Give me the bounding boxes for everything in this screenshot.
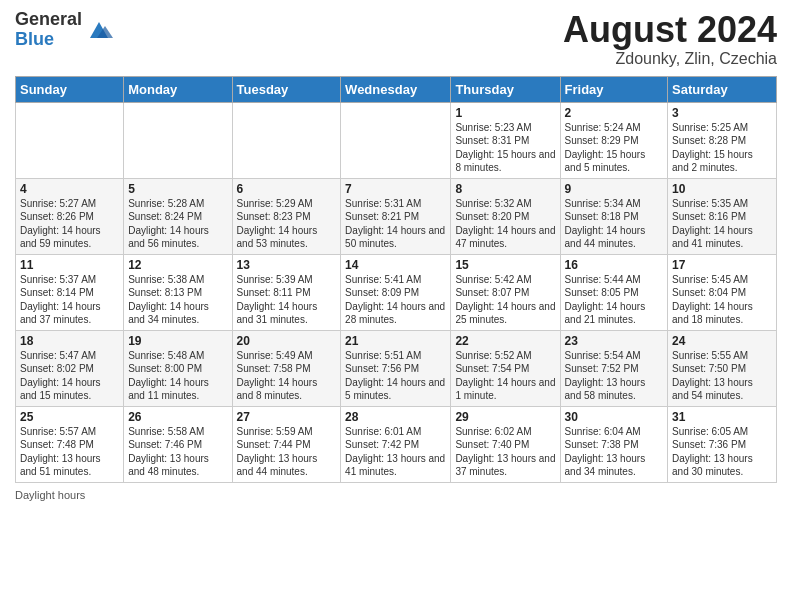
day-number: 28 <box>345 410 446 424</box>
day-info: Sunrise: 5:35 AMSunset: 8:16 PMDaylight:… <box>672 197 772 251</box>
day-number: 27 <box>237 410 337 424</box>
weekday-header-friday: Friday <box>560 76 668 102</box>
day-info: Sunrise: 5:48 AMSunset: 8:00 PMDaylight:… <box>128 349 227 403</box>
day-info: Sunrise: 6:04 AMSunset: 7:38 PMDaylight:… <box>565 425 664 479</box>
calendar-cell: 1Sunrise: 5:23 AMSunset: 8:31 PMDaylight… <box>451 102 560 178</box>
logo: General Blue <box>15 10 113 50</box>
weekday-header-tuesday: Tuesday <box>232 76 341 102</box>
calendar-cell: 29Sunrise: 6:02 AMSunset: 7:40 PMDayligh… <box>451 406 560 482</box>
day-number: 12 <box>128 258 227 272</box>
calendar-cell: 13Sunrise: 5:39 AMSunset: 8:11 PMDayligh… <box>232 254 341 330</box>
calendar-cell: 25Sunrise: 5:57 AMSunset: 7:48 PMDayligh… <box>16 406 124 482</box>
weekday-header-thursday: Thursday <box>451 76 560 102</box>
calendar-week-row: 11Sunrise: 5:37 AMSunset: 8:14 PMDayligh… <box>16 254 777 330</box>
calendar-cell: 12Sunrise: 5:38 AMSunset: 8:13 PMDayligh… <box>124 254 232 330</box>
title-area: August 2024 Zdounky, Zlin, Czechia <box>563 10 777 68</box>
day-number: 5 <box>128 182 227 196</box>
day-number: 4 <box>20 182 119 196</box>
day-number: 29 <box>455 410 555 424</box>
calendar-cell: 28Sunrise: 6:01 AMSunset: 7:42 PMDayligh… <box>341 406 451 482</box>
weekday-header-monday: Monday <box>124 76 232 102</box>
day-info: Sunrise: 5:47 AMSunset: 8:02 PMDaylight:… <box>20 349 119 403</box>
day-info: Sunrise: 5:44 AMSunset: 8:05 PMDaylight:… <box>565 273 664 327</box>
weekday-header-wednesday: Wednesday <box>341 76 451 102</box>
month-year-title: August 2024 <box>563 10 777 50</box>
day-number: 3 <box>672 106 772 120</box>
day-info: Sunrise: 5:42 AMSunset: 8:07 PMDaylight:… <box>455 273 555 327</box>
day-number: 24 <box>672 334 772 348</box>
day-number: 7 <box>345 182 446 196</box>
calendar-cell: 15Sunrise: 5:42 AMSunset: 8:07 PMDayligh… <box>451 254 560 330</box>
calendar-cell: 26Sunrise: 5:58 AMSunset: 7:46 PMDayligh… <box>124 406 232 482</box>
calendar-cell: 31Sunrise: 6:05 AMSunset: 7:36 PMDayligh… <box>668 406 777 482</box>
day-info: Sunrise: 5:52 AMSunset: 7:54 PMDaylight:… <box>455 349 555 403</box>
calendar-cell <box>16 102 124 178</box>
day-number: 23 <box>565 334 664 348</box>
calendar-cell: 11Sunrise: 5:37 AMSunset: 8:14 PMDayligh… <box>16 254 124 330</box>
logo-text: General Blue <box>15 10 82 50</box>
calendar-cell: 2Sunrise: 5:24 AMSunset: 8:29 PMDaylight… <box>560 102 668 178</box>
day-info: Sunrise: 5:29 AMSunset: 8:23 PMDaylight:… <box>237 197 337 251</box>
calendar-cell: 18Sunrise: 5:47 AMSunset: 8:02 PMDayligh… <box>16 330 124 406</box>
calendar-week-row: 25Sunrise: 5:57 AMSunset: 7:48 PMDayligh… <box>16 406 777 482</box>
day-number: 17 <box>672 258 772 272</box>
calendar-cell: 23Sunrise: 5:54 AMSunset: 7:52 PMDayligh… <box>560 330 668 406</box>
calendar-cell: 5Sunrise: 5:28 AMSunset: 8:24 PMDaylight… <box>124 178 232 254</box>
day-info: Sunrise: 5:41 AMSunset: 8:09 PMDaylight:… <box>345 273 446 327</box>
day-info: Sunrise: 5:27 AMSunset: 8:26 PMDaylight:… <box>20 197 119 251</box>
day-info: Sunrise: 5:51 AMSunset: 7:56 PMDaylight:… <box>345 349 446 403</box>
day-info: Sunrise: 5:37 AMSunset: 8:14 PMDaylight:… <box>20 273 119 327</box>
day-info: Sunrise: 6:01 AMSunset: 7:42 PMDaylight:… <box>345 425 446 479</box>
calendar-cell: 14Sunrise: 5:41 AMSunset: 8:09 PMDayligh… <box>341 254 451 330</box>
calendar-cell: 22Sunrise: 5:52 AMSunset: 7:54 PMDayligh… <box>451 330 560 406</box>
calendar-cell <box>232 102 341 178</box>
calendar-cell: 19Sunrise: 5:48 AMSunset: 8:00 PMDayligh… <box>124 330 232 406</box>
day-number: 1 <box>455 106 555 120</box>
calendar-cell: 10Sunrise: 5:35 AMSunset: 8:16 PMDayligh… <box>668 178 777 254</box>
weekday-header-saturday: Saturday <box>668 76 777 102</box>
calendar-cell: 9Sunrise: 5:34 AMSunset: 8:18 PMDaylight… <box>560 178 668 254</box>
weekday-header-sunday: Sunday <box>16 76 124 102</box>
day-info: Sunrise: 5:24 AMSunset: 8:29 PMDaylight:… <box>565 121 664 175</box>
day-number: 9 <box>565 182 664 196</box>
logo-general: General <box>15 10 82 30</box>
logo-blue: Blue <box>15 30 82 50</box>
day-number: 20 <box>237 334 337 348</box>
calendar-cell: 30Sunrise: 6:04 AMSunset: 7:38 PMDayligh… <box>560 406 668 482</box>
calendar-cell: 27Sunrise: 5:59 AMSunset: 7:44 PMDayligh… <box>232 406 341 482</box>
day-number: 14 <box>345 258 446 272</box>
day-info: Sunrise: 5:23 AMSunset: 8:31 PMDaylight:… <box>455 121 555 175</box>
calendar-week-row: 4Sunrise: 5:27 AMSunset: 8:26 PMDaylight… <box>16 178 777 254</box>
day-number: 2 <box>565 106 664 120</box>
calendar-cell: 20Sunrise: 5:49 AMSunset: 7:58 PMDayligh… <box>232 330 341 406</box>
calendar-cell <box>341 102 451 178</box>
day-info: Sunrise: 5:54 AMSunset: 7:52 PMDaylight:… <box>565 349 664 403</box>
day-number: 18 <box>20 334 119 348</box>
day-number: 10 <box>672 182 772 196</box>
day-info: Sunrise: 5:32 AMSunset: 8:20 PMDaylight:… <box>455 197 555 251</box>
day-number: 19 <box>128 334 227 348</box>
calendar-header-row: SundayMondayTuesdayWednesdayThursdayFrid… <box>16 76 777 102</box>
day-number: 13 <box>237 258 337 272</box>
calendar-week-row: 1Sunrise: 5:23 AMSunset: 8:31 PMDaylight… <box>16 102 777 178</box>
day-info: Sunrise: 5:55 AMSunset: 7:50 PMDaylight:… <box>672 349 772 403</box>
day-number: 11 <box>20 258 119 272</box>
day-number: 21 <box>345 334 446 348</box>
header: General Blue August 2024 Zdounky, Zlin, … <box>15 10 777 68</box>
day-info: Sunrise: 5:59 AMSunset: 7:44 PMDaylight:… <box>237 425 337 479</box>
day-number: 15 <box>455 258 555 272</box>
day-number: 8 <box>455 182 555 196</box>
footer-note: Daylight hours <box>15 489 777 501</box>
location-subtitle: Zdounky, Zlin, Czechia <box>563 50 777 68</box>
calendar-cell: 3Sunrise: 5:25 AMSunset: 8:28 PMDaylight… <box>668 102 777 178</box>
day-number: 26 <box>128 410 227 424</box>
day-info: Sunrise: 5:39 AMSunset: 8:11 PMDaylight:… <box>237 273 337 327</box>
calendar-table: SundayMondayTuesdayWednesdayThursdayFrid… <box>15 76 777 483</box>
calendar-cell: 16Sunrise: 5:44 AMSunset: 8:05 PMDayligh… <box>560 254 668 330</box>
day-number: 25 <box>20 410 119 424</box>
day-info: Sunrise: 5:28 AMSunset: 8:24 PMDaylight:… <box>128 197 227 251</box>
calendar-cell: 7Sunrise: 5:31 AMSunset: 8:21 PMDaylight… <box>341 178 451 254</box>
day-info: Sunrise: 5:25 AMSunset: 8:28 PMDaylight:… <box>672 121 772 175</box>
day-info: Sunrise: 5:58 AMSunset: 7:46 PMDaylight:… <box>128 425 227 479</box>
calendar-cell: 24Sunrise: 5:55 AMSunset: 7:50 PMDayligh… <box>668 330 777 406</box>
